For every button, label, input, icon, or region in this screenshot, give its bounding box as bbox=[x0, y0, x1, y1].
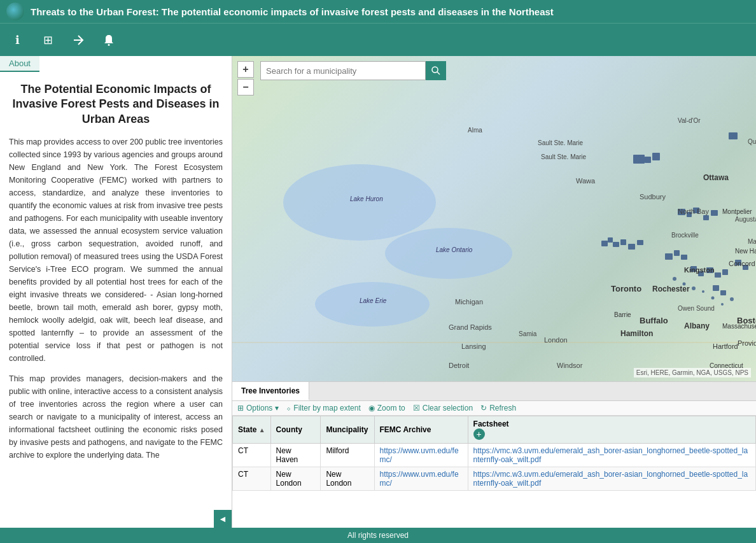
factsheet-column-header[interactable]: Factsheet + bbox=[468, 416, 755, 444]
zoom-in-button[interactable]: + bbox=[237, 61, 254, 78]
map-background bbox=[232, 56, 756, 381]
factsheet-cell[interactable]: https://vmc.w3.uvm.edu/emerald_ash_borer… bbox=[468, 444, 755, 467]
county-cell: New Haven bbox=[270, 444, 321, 467]
search-bar bbox=[260, 61, 446, 80]
app-logo bbox=[6, 3, 24, 20]
map-panel: Lake Huron Lake Ontario Lake Erie bbox=[232, 56, 756, 528]
search-input[interactable] bbox=[260, 61, 426, 80]
femc-cell[interactable]: https://www.uvm.edu/femc/ bbox=[374, 467, 468, 491]
sidebar-heading: The Potential Economic Impacts of Invasi… bbox=[9, 82, 223, 127]
sidebar-paragraph2: This map provides managers, decision-mak… bbox=[9, 372, 223, 462]
sidebar-content: The Potential Economic Impacts of Invasi… bbox=[0, 72, 232, 479]
filter-icon: ⬦ bbox=[286, 404, 291, 413]
table-toolbar: ⊞ Options ▾ ⬦ Filter by map extent ◉ Zoo… bbox=[232, 401, 756, 416]
info-icon[interactable]: ℹ bbox=[8, 31, 27, 50]
bottom-panel: Tree Inventories ⊞ Options ▾ ⬦ Filter by… bbox=[232, 381, 756, 528]
main-toolbar: ℹ ⊞ bbox=[0, 23, 756, 56]
tree-inventories-tab[interactable]: Tree Inventories bbox=[232, 382, 309, 400]
options-button[interactable]: ⊞ Options ▾ bbox=[237, 404, 279, 413]
femc-column-header[interactable]: FEMC Archive bbox=[374, 416, 468, 444]
county-cell: New London bbox=[270, 467, 321, 491]
footer-text: All rights reserved bbox=[347, 531, 409, 540]
table-row: CT New London New London https://www.uvm… bbox=[233, 467, 756, 491]
femc-link[interactable]: https://www.uvm.edu/femc/ bbox=[380, 470, 459, 488]
state-column-header[interactable]: State ▲ bbox=[233, 416, 271, 444]
factsheet-link[interactable]: https://vmc.w3.uvm.edu/emerald_ash_borer… bbox=[473, 446, 748, 464]
grid-small-icon: ⊞ bbox=[237, 404, 244, 413]
femc-link[interactable]: https://www.uvm.edu/femc/ bbox=[380, 446, 459, 464]
filter-button[interactable]: ⬦ Filter by map extent bbox=[286, 404, 360, 413]
map-zoom-controls: + − bbox=[237, 61, 254, 95]
share-icon[interactable] bbox=[69, 31, 88, 50]
refresh-button[interactable]: ↻ Refresh bbox=[480, 404, 516, 413]
zoom-to-button[interactable]: ◉ Zoom to bbox=[368, 404, 405, 413]
femc-cell[interactable]: https://www.uvm.edu/femc/ bbox=[374, 444, 468, 467]
bottom-tab-bar: Tree Inventories bbox=[232, 382, 756, 401]
municipality-cell: Milford bbox=[321, 444, 374, 467]
refresh-icon: ↻ bbox=[480, 404, 487, 413]
zoom-icon: ◉ bbox=[368, 404, 375, 413]
search-button[interactable] bbox=[426, 61, 446, 80]
municipality-column-header[interactable]: Muncipality bbox=[321, 416, 374, 444]
svg-line-88 bbox=[437, 72, 440, 74]
clear-icon: ☒ bbox=[413, 404, 420, 413]
about-tab[interactable]: About bbox=[0, 56, 39, 72]
options-chevron-icon: ▾ bbox=[275, 404, 279, 413]
svg-point-0 bbox=[108, 44, 110, 46]
sidebar-collapse-button[interactable]: ◄ bbox=[214, 510, 232, 528]
data-table: State ▲ County Muncipality FEMC Archive bbox=[232, 416, 756, 528]
factsheet-link[interactable]: https://vmc.w3.uvm.edu/emerald_ash_borer… bbox=[473, 470, 748, 488]
sidebar-paragraph1: This map provides access to over 200 pub… bbox=[9, 136, 223, 365]
state-cell: CT bbox=[233, 467, 271, 491]
sort-arrow-icon: ▲ bbox=[259, 427, 265, 434]
grid-icon[interactable]: ⊞ bbox=[38, 31, 57, 50]
county-column-header[interactable]: County bbox=[270, 416, 321, 444]
factsheet-cell[interactable]: https://vmc.w3.uvm.edu/emerald_ash_borer… bbox=[468, 467, 755, 491]
svg-point-87 bbox=[432, 67, 438, 73]
municipality-cell: New London bbox=[321, 467, 374, 491]
app-header: Threats to the Urban Forest: The potenti… bbox=[0, 0, 756, 23]
table-row: CT New Haven Milford https://www.uvm.edu… bbox=[233, 444, 756, 467]
sidebar: About The Potential Economic Impacts of … bbox=[0, 56, 232, 528]
state-cell: CT bbox=[233, 444, 271, 467]
main-content: About The Potential Economic Impacts of … bbox=[0, 56, 756, 528]
clear-selection-button[interactable]: ☒ Clear selection bbox=[413, 404, 473, 413]
footer: All rights reserved bbox=[0, 528, 756, 543]
map-container[interactable]: Lake Huron Lake Ontario Lake Erie bbox=[232, 56, 756, 381]
map-attribution: Esri, HERE, Garmin, NGA, USGS, NPS bbox=[634, 368, 751, 377]
add-column-button[interactable]: + bbox=[473, 428, 485, 440]
zoom-out-button[interactable]: − bbox=[237, 79, 254, 95]
app-title: Threats to the Urban Forest: The potenti… bbox=[31, 6, 554, 17]
notification-icon[interactable] bbox=[99, 31, 118, 50]
